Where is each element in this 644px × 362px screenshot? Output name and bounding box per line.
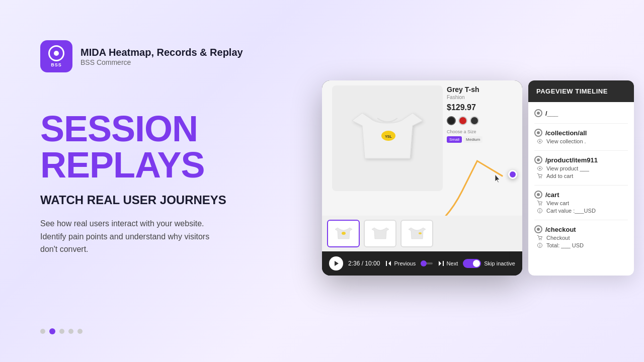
skip-label: Skip inactive — [484, 260, 515, 266]
thumb-1[interactable] — [327, 220, 360, 247]
view-collection-text: View collection . — [546, 138, 586, 144]
progress-bar[interactable] — [421, 262, 432, 264]
dot-2[interactable] — [49, 328, 55, 334]
hero-desc-line1: See how real users interact with your we… — [40, 219, 204, 228]
dot-1[interactable] — [40, 329, 45, 334]
timeline-sub-view-cart: View cart — [534, 200, 628, 207]
size-buttons: Small Medium — [447, 136, 517, 143]
next-button[interactable]: Next — [438, 260, 458, 267]
size-small[interactable]: Small — [447, 136, 462, 143]
toggle-thumb — [473, 260, 480, 267]
prev-button[interactable]: Previous — [385, 260, 416, 267]
globe-icon-collection — [534, 129, 542, 137]
svg-point-17 — [539, 239, 540, 240]
route-path-cart: /cart — [545, 191, 559, 199]
dot-4[interactable] — [68, 329, 73, 334]
svg-point-9 — [539, 168, 541, 169]
time-display: 2:36 / 10:00 — [348, 260, 380, 267]
route-path-collection: /collection/all — [545, 129, 587, 137]
info-icon-checkout — [536, 242, 543, 249]
pagination-dots — [40, 328, 83, 334]
thumb-2[interactable] — [364, 220, 396, 247]
svg-point-18 — [541, 239, 542, 240]
timeline-items: /___ /collection/all View — [528, 102, 634, 256]
product-page-mock: YSL Grey T-sh Fashion $129.97 Choose a S… — [322, 80, 522, 251]
globe-icon-checkout — [534, 225, 542, 233]
product-category: Fashion — [447, 95, 517, 100]
svg-point-10 — [539, 177, 540, 178]
product-title: Grey T-sh — [447, 85, 517, 94]
divider-4 — [534, 220, 628, 220]
timeline-sub-cart-value: Cart value :___USD — [534, 207, 628, 214]
color-black[interactable] — [447, 116, 456, 125]
route-path-root: /___ — [545, 110, 558, 117]
video-player: YSL Grey T-sh Fashion $129.97 Choose a S… — [322, 80, 522, 276]
prev-label: Previous — [394, 260, 416, 266]
logo-bss-text: BSS — [51, 62, 62, 67]
hero-subtitle: WATCH REAL USER JOURNEYS — [40, 193, 322, 207]
add-to-cart-text: Add to cart — [546, 173, 573, 179]
timeline-item-cart[interactable]: /cart View cart — [528, 188, 634, 218]
timeline-sub-checkout: Checkout — [534, 234, 628, 241]
svg-point-16 — [539, 209, 540, 210]
globe-icon-product — [534, 156, 542, 164]
cart-icon-checkout — [536, 234, 543, 241]
divider-2 — [534, 150, 628, 151]
svg-point-21 — [539, 244, 540, 244]
progress-thumb — [421, 260, 427, 266]
checkout-total-text: Total: ___ USD — [546, 242, 584, 248]
timeline-panel: PAGEVIEW TIMELINE /___ /collection/all — [528, 80, 634, 276]
timeline-item-checkout[interactable]: /checkout Checkout — [528, 222, 634, 252]
toggle-switch[interactable] — [463, 259, 481, 268]
globe-icon-cart — [534, 191, 542, 199]
video-screen: YSL Grey T-sh Fashion $129.97 Choose a S… — [322, 80, 522, 251]
hero-desc-line2: Identify pain points and understand why … — [40, 232, 209, 241]
timeline-route-checkout: /checkout — [534, 225, 628, 233]
play-button[interactable] — [329, 256, 343, 270]
color-options — [447, 116, 517, 125]
tshirt-image: YSL — [347, 98, 428, 178]
product-image-area: YSL — [332, 85, 443, 191]
timeline-item-root[interactable]: /___ — [528, 106, 634, 121]
globe-icon-root — [534, 109, 542, 117]
color-dark[interactable] — [470, 116, 479, 125]
hero-desc-line3: don't convert. — [40, 245, 89, 253]
company-name: BSS Commerce — [80, 58, 243, 66]
size-section: Choose a Size Small Medium — [447, 129, 517, 143]
cursor-indicator — [493, 173, 503, 186]
svg-point-8 — [539, 141, 541, 142]
thumbnail-strip — [322, 216, 522, 251]
dot-3[interactable] — [59, 329, 64, 334]
timeline-route-collection: /collection/all — [534, 129, 628, 137]
thumb-3[interactable] — [400, 220, 433, 247]
product-price: $129.97 — [447, 103, 517, 112]
dot-5[interactable] — [77, 329, 83, 334]
cart-icon-product — [536, 172, 543, 179]
size-label: Choose a Size — [447, 129, 517, 134]
view-product-text: View product ___ — [546, 165, 589, 171]
progress-fill — [421, 262, 424, 264]
svg-rect-7 — [443, 261, 444, 266]
svg-point-11 — [541, 177, 542, 178]
hero-main-title: SESSION REPLAYS — [40, 111, 322, 183]
timeline-item-product[interactable]: /product/item911 View product ___ — [528, 153, 634, 183]
eye-icon-collection — [536, 138, 543, 145]
cart-value-text: Cart value :___USD — [546, 208, 596, 214]
video-controls: 2:36 / 10:00 Previous Next — [322, 251, 522, 276]
svg-marker-6 — [439, 261, 441, 266]
timeline-item-collection[interactable]: /collection/all View collection . — [528, 126, 634, 148]
svg-point-12 — [539, 205, 540, 206]
app-logo: BSS — [40, 40, 72, 72]
timeline-sub-total: Total: ___ USD — [534, 242, 628, 249]
svg-point-13 — [541, 205, 542, 206]
timeline-route-product: /product/item911 — [534, 156, 628, 164]
timeline-route-cart: /cart — [534, 191, 628, 199]
color-red[interactable] — [458, 116, 467, 125]
playhead-indicator — [508, 170, 517, 179]
timeline-route-root: /___ — [534, 109, 628, 117]
demo-container: YSL Grey T-sh Fashion $129.97 Choose a S… — [322, 80, 634, 276]
size-medium[interactable]: Medium — [463, 136, 482, 143]
cart-icon-cart — [536, 200, 543, 207]
route-path-product: /product/item911 — [545, 156, 598, 164]
divider-3 — [534, 185, 628, 186]
